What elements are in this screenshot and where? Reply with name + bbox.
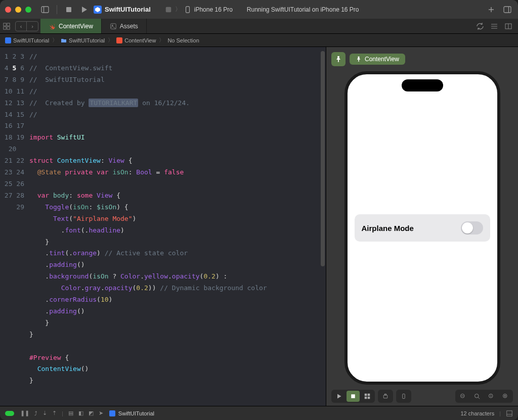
toggle-row: Airplane Mode (355, 214, 490, 242)
tab-contentview[interactable]: ContentView (40, 19, 102, 33)
close-window-button[interactable] (5, 7, 11, 13)
project-icon (5, 37, 11, 43)
breadcrumb: SwiftUITutorial 〉 SwiftUITutorial 〉 Cont… (0, 34, 518, 47)
svg-rect-7 (4, 23, 6, 25)
svg-rect-5 (504, 7, 511, 13)
debug-target-label[interactable]: SwiftUITutorial (118, 410, 154, 416)
chevron-right-icon: 〉 (108, 36, 113, 44)
svg-line-31 (478, 397, 480, 399)
preview-badge[interactable]: ContentView (350, 54, 405, 65)
scheme-chevron-icon: 〉 (175, 5, 181, 14)
assets-icon (110, 23, 117, 30)
canvas-bottom-bar: 1 (326, 390, 518, 403)
svg-rect-20 (351, 394, 355, 398)
code-content[interactable]: // // ContentView.swift // SwiftUITutori… (29, 47, 326, 406)
selectable-preview-button[interactable] (347, 391, 360, 402)
breadcrumb-item[interactable]: SwiftUITutorial (13, 37, 49, 43)
chevron-right-icon: 〉 (159, 36, 164, 44)
window-toolbar: SwiftUITutorial 〉 iPhone 16 Pro Running … (0, 0, 518, 19)
svg-rect-38 (507, 410, 512, 416)
svg-point-12 (112, 24, 113, 26)
run-status-indicator (5, 411, 14, 416)
adjust-editor-icon[interactable] (489, 21, 500, 32)
device-content: Airplane Mode (348, 74, 497, 382)
svg-rect-25 (383, 395, 387, 398)
pin-preview-button[interactable] (331, 52, 346, 66)
env-overrides-icon[interactable]: ◩ (89, 410, 94, 416)
zoom-window-button[interactable] (25, 7, 31, 13)
main-area: 1 2 3 4 5 6 7 8 9 10 11 12 13 14 15 16 1… (0, 47, 518, 406)
stop-button[interactable] (63, 4, 74, 15)
breadcrumb-item[interactable]: ContentView (124, 37, 156, 43)
editor-scrollbar[interactable] (321, 51, 325, 266)
zoom-fit-button[interactable] (470, 391, 484, 402)
pin-icon (335, 56, 342, 63)
orientation-button[interactable] (397, 391, 410, 402)
scheme-app-icon (165, 6, 172, 13)
svg-rect-21 (365, 394, 367, 396)
project-label[interactable]: SwiftUITutorial (94, 6, 151, 14)
canvas-toolbar: ContentView (326, 47, 518, 71)
zoom-out-button[interactable] (456, 391, 469, 402)
svg-rect-19 (116, 37, 122, 43)
memory-graph-icon[interactable]: ◧ (78, 410, 83, 416)
breadcrumb-item[interactable]: No Selection (167, 37, 199, 43)
svg-text:1: 1 (490, 395, 492, 397)
svg-rect-8 (7, 23, 10, 25)
svg-rect-2 (66, 7, 71, 12)
tab-label: Assets (120, 23, 138, 30)
debug-view-icon[interactable]: ▤ (68, 410, 73, 416)
svg-rect-26 (385, 394, 386, 395)
svg-rect-22 (368, 394, 370, 396)
device-frame: Airplane Mode (344, 71, 500, 385)
svg-rect-0 (41, 7, 49, 13)
add-editor-icon[interactable] (503, 21, 514, 32)
device-icon (184, 6, 191, 13)
step-out-icon[interactable]: ⇡ (52, 410, 57, 416)
sync-icon[interactable] (474, 21, 486, 32)
tab-assets[interactable]: Assets (102, 19, 147, 33)
tab-label: ContentView (59, 23, 93, 30)
back-button[interactable]: ‹ (16, 22, 27, 31)
toggle-navigator-icon[interactable] (39, 4, 51, 15)
svg-rect-9 (4, 26, 6, 29)
preview-canvas: ContentView Airplane Mode (326, 47, 518, 406)
svg-point-30 (475, 394, 479, 398)
svg-rect-18 (5, 37, 11, 43)
code-editor[interactable]: 1 2 3 4 5 6 7 8 9 10 11 12 13 14 15 16 1… (0, 47, 326, 406)
step-over-icon[interactable]: ⤴ (34, 410, 37, 416)
minimize-window-button[interactable] (15, 7, 21, 13)
related-items-icon[interactable] (0, 19, 13, 33)
tab-bar: ‹ › ContentView Assets (0, 19, 518, 34)
live-preview-button[interactable] (332, 391, 346, 402)
app-icon (109, 410, 115, 416)
line-gutter: 1 2 3 4 5 6 7 8 9 10 11 12 13 14 15 16 1… (0, 47, 29, 406)
add-tab-icon[interactable] (486, 4, 497, 15)
forward-button[interactable]: › (27, 22, 38, 31)
svg-rect-23 (365, 397, 367, 399)
traffic-lights (5, 7, 31, 13)
simulate-location-icon[interactable]: ➤ (99, 410, 103, 416)
pause-icon[interactable]: ❚❚ (20, 410, 29, 416)
zoom-actual-button[interactable]: 1 (485, 391, 498, 402)
zoom-in-button[interactable] (499, 391, 512, 402)
preview-badge-label: ContentView (365, 56, 399, 63)
airplane-mode-switch[interactable] (461, 221, 483, 235)
scheme-selector[interactable]: 〉 iPhone 16 Pro (165, 5, 233, 14)
variants-button[interactable] (361, 391, 374, 402)
toggle-debug-area-icon[interactable] (506, 410, 513, 417)
svg-rect-37 (109, 410, 115, 416)
step-into-icon[interactable]: ⇣ (42, 410, 47, 416)
svg-rect-10 (7, 26, 10, 29)
breadcrumb-item[interactable]: SwiftUITutorial (69, 37, 105, 43)
svg-rect-3 (166, 7, 171, 12)
status-text: Running SwiftUITutorial on iPhone 16 Pro (247, 6, 359, 13)
pin-icon (356, 56, 362, 62)
device-settings-button[interactable] (379, 391, 392, 402)
project-name-text: SwiftUITutorial (105, 6, 151, 13)
library-icon[interactable] (502, 4, 513, 15)
svg-rect-4 (186, 6, 189, 12)
debug-bar: ❚❚ ⤴ ⇣ ⇡ | ▤ ◧ ◩ ➤ SwiftUITutorial 12 ch… (0, 406, 518, 420)
app-icon (94, 6, 102, 14)
run-button[interactable] (78, 4, 90, 15)
